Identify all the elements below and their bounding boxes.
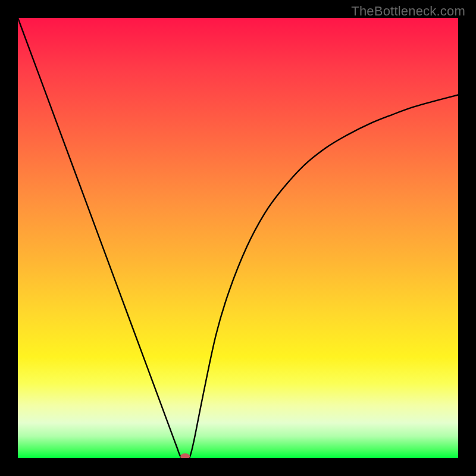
watermark-text: TheBottleneck.com [351,4,465,19]
bottleneck-curve [18,18,458,458]
minimum-marker [180,453,190,458]
plot-area [18,18,458,458]
chart-frame: TheBottleneck.com [0,0,476,476]
curve-layer [18,18,458,458]
